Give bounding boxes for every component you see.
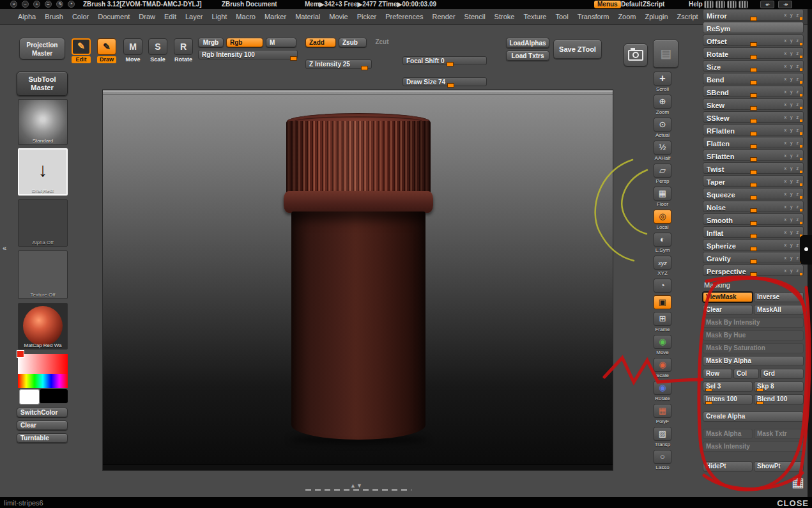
tool-flower-icon[interactable]: * [68, 1, 75, 8]
menu-item[interactable]: Document [98, 13, 130, 20]
deformation-slider[interactable]: SFlatten x y z [703, 150, 804, 161]
help-button[interactable]: Help [689, 1, 703, 8]
mrgb-button[interactable]: Mrgb [198, 38, 224, 47]
load-textures-button[interactable]: Load Txtrs [506, 50, 549, 61]
deformation-slider[interactable]: Spherize x y z [703, 239, 804, 250]
deformation-slider[interactable]: Mirror x y z [703, 9, 804, 20]
rail-item[interactable]: Transp [650, 427, 675, 447]
rail-item[interactable]: Floor [650, 187, 675, 207]
ui-layout-icon-4[interactable] [739, 1, 748, 8]
axis-toggles[interactable]: x y z [785, 268, 800, 273]
rail-item[interactable]: Lasso [650, 450, 675, 470]
create-alpha-button[interactable]: Create Alpha [703, 412, 804, 422]
deformation-slider[interactable]: Skew x y z [703, 98, 804, 110]
camera-snapshot-button[interactable] [624, 43, 648, 66]
deformation-slider[interactable]: Bend x y z [703, 73, 804, 84]
slider-handle[interactable] [290, 56, 297, 61]
skp-slider[interactable]: Skp 8 [754, 381, 804, 392]
menu-item[interactable]: Marker [264, 13, 286, 20]
axis-toggles[interactable]: x y z [785, 153, 800, 158]
axis-toggles[interactable]: x y z [785, 38, 800, 43]
bottle-body-mesh[interactable] [291, 212, 425, 440]
default-zscript-button[interactable]: DefaultZScript [621, 1, 664, 8]
rail-item[interactable]: Scroll [650, 72, 675, 92]
deformation-slider[interactable]: Taper x y z [703, 175, 804, 187]
axis-toggles[interactable]: x y z [785, 102, 800, 107]
deformation-slider[interactable]: Squeeze x y z [703, 188, 804, 199]
z-intensity-slider[interactable]: Z Intensity 25 [305, 59, 372, 69]
menu-item[interactable]: Zplugin [645, 13, 668, 20]
canvas-bottom-scrollbar[interactable] [103, 465, 613, 470]
menu-item[interactable]: Movie [329, 13, 348, 20]
rail-item[interactable]: AAHalf [650, 141, 675, 161]
deformation-slider[interactable]: Inflat x y z [703, 226, 804, 238]
menu-item[interactable]: Layer [185, 13, 203, 20]
save-ztool-button[interactable]: Save ZTool [553, 40, 602, 59]
deformation-slider[interactable]: SSkew x y z [703, 111, 804, 123]
axis-toggles[interactable]: x y z [785, 243, 800, 247]
hidept-button[interactable]: HidePt [703, 461, 753, 472]
ui-layout-icon-3[interactable] [727, 1, 737, 8]
rail-item[interactable]: Scale [650, 358, 675, 378]
menu-item[interactable]: Stencil [464, 13, 486, 20]
switch-color-button[interactable]: SwitchColor [17, 408, 68, 417]
deformation-slider[interactable]: Offset x y z [703, 35, 804, 46]
viewmask-button[interactable]: ViewMask [703, 292, 753, 302]
rail-item[interactable] [650, 295, 675, 309]
rail-item[interactable]: Zoom [650, 95, 675, 115]
rail-item[interactable]: Frame [650, 312, 675, 332]
focal-shift-slider[interactable]: Focal Shift 0 [402, 56, 487, 65]
deformation-slider[interactable]: SBend x y z [703, 86, 804, 97]
row-button[interactable]: Row [703, 369, 732, 379]
draw-mode-button[interactable]: ✎ Draw [97, 38, 116, 63]
deformation-slider[interactable]: ReSym [703, 22, 804, 33]
axis-toggles[interactable]: x y z [785, 166, 800, 171]
horizontal-scroll-dashes[interactable] [305, 489, 411, 491]
scroll-arrows-icon[interactable]: ▲▼ [350, 482, 363, 489]
showpt-button[interactable]: ShowPt [754, 461, 804, 472]
next-interface-icon[interactable]: ↠ [778, 1, 792, 8]
axis-toggles[interactable]: x y z [785, 141, 800, 145]
grd-button[interactable]: Grd [760, 369, 804, 379]
current-material-thumbnail[interactable]: MatCap Red Wa [18, 303, 68, 350]
ui-layout-icon-1[interactable] [704, 1, 714, 8]
hue-spectrum-bar[interactable] [18, 374, 68, 388]
intens-slider[interactable]: Intens 100 [703, 394, 753, 404]
mask-by-saturation-button[interactable]: Mask By Saturation [703, 343, 804, 353]
menu-item[interactable]: Zscript [677, 13, 698, 20]
rail-item[interactable]: PolyF [650, 404, 675, 424]
canvas-top-scrollbar[interactable] [103, 91, 613, 92]
menu-item[interactable]: Render [433, 13, 456, 20]
rail-item[interactable]: Move [650, 335, 675, 355]
zadd-button[interactable]: Zadd [305, 38, 336, 47]
rail-item[interactable]: Actual [650, 118, 675, 138]
load-alphas-button[interactable]: LoadAlphas [506, 38, 549, 48]
axis-toggles[interactable]: x y z [785, 128, 800, 132]
rail-item[interactable]: L.Sym [650, 233, 675, 253]
axis-toggles[interactable]: x y z [785, 77, 800, 81]
menu-item[interactable]: Transform [578, 13, 609, 20]
axis-toggles[interactable]: x y z [785, 115, 800, 119]
menu-item[interactable]: Alpha [18, 13, 36, 20]
axis-toggles[interactable]: x y z [785, 64, 800, 68]
menus-toggle-button[interactable]: Menus [594, 1, 621, 8]
current-alpha-thumbnail[interactable]: Alpha Off [18, 199, 68, 247]
blend-slider[interactable]: Blend 100 [754, 394, 804, 404]
zcut-button[interactable]: Zcut [369, 38, 395, 47]
mask-by-hue-button[interactable]: Mask By Hue [703, 330, 804, 341]
deformation-slider[interactable]: Perspective x y z [703, 265, 804, 276]
ui-layout-icon-2[interactable] [716, 1, 725, 8]
edit-mode-button[interactable]: ✎ Edit [72, 38, 91, 63]
left-tray-divider[interactable]: « [3, 244, 6, 252]
menu-item[interactable]: Color [72, 13, 89, 20]
close-button[interactable]: CLOSE [777, 498, 809, 508]
document-canvas[interactable] [102, 89, 613, 471]
current-stroke-thumbnail[interactable]: ↓ DragRect [18, 148, 68, 196]
menu-item[interactable]: Picker [357, 13, 377, 20]
rgb-intensity-slider[interactable]: Rgb Intensity 100 [198, 50, 298, 59]
deformation-slider[interactable]: Gravity x y z [703, 252, 804, 263]
menu-item[interactable]: Stroke [494, 13, 515, 20]
col-button[interactable]: Col [733, 369, 759, 379]
clear-canvas-button[interactable]: Clear [17, 420, 68, 430]
slider-handle[interactable] [361, 66, 368, 70]
